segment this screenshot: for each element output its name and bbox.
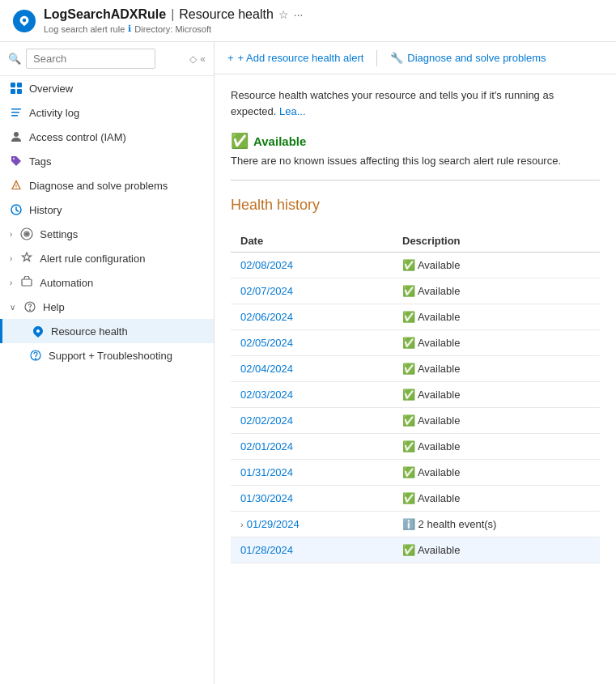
more-options[interactable]: ··· [294,8,304,21]
top-header: LogSearchADXRule | Resource health ☆ ···… [0,0,616,42]
sidebar-item-overview[interactable]: Overview [0,76,214,100]
date-cell[interactable]: 02/04/2024 [231,356,393,382]
table-row: 02/04/2024✅ Available [231,356,600,382]
sidebar-collapse-icon[interactable]: ◇ [189,53,197,65]
sidebar-toggle-icon[interactable]: « [200,53,206,65]
table-row: 02/06/2024✅ Available [231,304,600,330]
sidebar-item-support[interactable]: Support + Troubleshooting [0,343,214,367]
sidebar-item-alert-rule[interactable]: › Alert rule configuration [0,246,214,270]
check-icon: ✅ [402,337,415,349]
date-cell[interactable]: 02/03/2024 [231,382,393,408]
col-header-date: Date [231,230,393,253]
resource-name: LogSearchADXRule [44,7,166,22]
description-cell: ✅ Available [393,486,600,512]
sidebar-item-label-overview: Overview [29,83,73,95]
date-cell[interactable]: 02/08/2024 [231,253,393,278]
sidebar-item-automation[interactable]: › Automation [0,270,214,295]
sidebar-item-label-diagnose: Diagnose and solve problems [29,180,168,192]
resource-health-icon [32,325,45,338]
description-cell: ✅ Available [393,460,600,486]
check-icon: ✅ [402,259,415,271]
sidebar-item-label-help: Help [43,301,65,313]
check-icon: ✅ [402,363,415,375]
favorite-star[interactable]: ☆ [278,8,289,21]
status-text: Available [253,134,306,148]
table-row: 02/05/2024✅ Available [231,330,600,356]
status-row: ✅ Available [231,132,600,150]
sidebar-item-history[interactable]: History [0,198,214,222]
add-health-alert-button[interactable]: + + Add resource health alert [227,49,363,67]
sidebar-item-label-alert: Alert rule configuration [40,253,145,265]
check-icon: ✅ [402,414,415,427]
table-row: 01/31/2024✅ Available [231,460,600,486]
automation-icon [20,276,33,289]
sidebar-item-diagnose[interactable]: Diagnose and solve problems [0,173,214,198]
date-cell[interactable]: 02/01/2024 [231,434,393,460]
date-cell[interactable]: 02/07/2024 [231,278,393,304]
resource-type-label: Log search alert rule [44,24,125,34]
main-layout: 🔍 ◇ « Overview Activity log [0,42,616,684]
help-icon [23,300,36,313]
diagnose-button[interactable]: 🔧 Diagnose and solve problems [390,49,546,67]
directory-label: Directory: Microsoft [134,24,211,34]
tags-icon [10,155,23,168]
svg-rect-2 [17,83,22,87]
check-icon: ✅ [402,311,415,323]
settings-icon [20,227,33,240]
sidebar-item-resource-health[interactable]: Resource health [0,319,214,343]
date-cell[interactable]: 02/02/2024 [231,408,393,434]
svg-rect-10 [16,185,17,187]
status-description: There are no known issues affecting this… [231,155,600,167]
row-expand-chevron[interactable]: › [240,520,244,529]
table-row: 01/30/2024✅ Available [231,486,600,512]
check-icon: ✅ [402,285,415,297]
add-icon: + [227,52,234,64]
info-icon: ℹ [128,23,131,34]
health-history-table: Date Description 02/08/2024✅ Available02… [231,230,600,563]
support-icon [29,349,42,362]
sidebar-item-label-resource-health: Resource health [51,325,128,338]
table-row: 01/28/2024✅ Available [231,537,600,563]
access-control-icon [10,130,23,143]
date-cell[interactable]: 02/06/2024 [231,304,393,330]
date-cell[interactable]: ›01/29/2024 [231,512,393,537]
svg-rect-3 [11,89,15,94]
sidebar-item-help[interactable]: ∨ Help [0,295,214,319]
sidebar-item-access-control[interactable]: Access control (IAM) [0,125,214,149]
sidebar-item-settings[interactable]: › Settings [0,222,214,246]
svg-point-13 [25,232,28,236]
diagnose-icon: 🔧 [390,52,403,64]
info-learn-more-link[interactable]: Lea... [279,105,306,117]
description-cell: ℹ️ 2 health event(s) [393,512,600,537]
date-cell[interactable]: 01/30/2024 [231,486,393,512]
sidebar-item-activity-log[interactable]: Activity log [0,100,214,125]
svg-point-8 [14,132,19,137]
description-cell: ✅ Available [393,537,600,563]
check-icon: ✅ [402,389,415,401]
add-health-alert-label: + Add resource health alert [238,52,364,64]
date-cell[interactable]: 01/28/2024 [231,537,393,563]
sidebar-item-label-support: Support + Troubleshooting [49,350,172,362]
info-badge-icon: ℹ️ [402,518,415,530]
col-header-description: Description [393,230,600,253]
description-cell: ✅ Available [393,278,600,304]
page-name: Resource health [179,7,274,22]
date-value: 01/29/2024 [247,518,300,530]
table-row: 02/03/2024✅ Available [231,382,600,408]
search-input[interactable] [26,49,155,69]
description-cell: ✅ Available [393,434,600,460]
date-cell[interactable]: 02/05/2024 [231,330,393,356]
sidebar-item-label-settings: Settings [40,228,78,240]
svg-rect-6 [11,112,19,113]
svg-rect-7 [11,115,18,117]
description-cell: ✅ Available [393,253,600,278]
toolbar-divider [376,50,377,66]
automation-chevron: › [10,278,12,287]
activity-log-icon [10,106,23,119]
svg-point-19 [35,359,36,359]
sidebar-item-tags[interactable]: Tags [0,149,214,173]
search-icon: 🔍 [8,53,21,65]
description-cell: ✅ Available [393,330,600,356]
date-cell[interactable]: 01/31/2024 [231,460,393,486]
diagnose-label: Diagnose and solve problems [407,52,546,64]
